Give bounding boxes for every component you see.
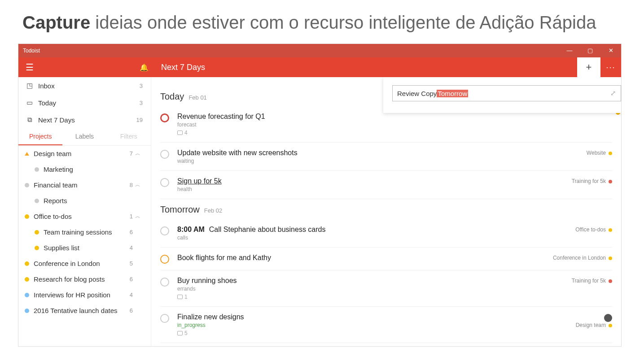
section-day: Tomorrow — [160, 204, 200, 215]
minimize-button[interactable]: — — [559, 44, 580, 57]
project-count: 6 — [123, 307, 133, 314]
project-label: Design team — [34, 150, 123, 157]
project-reports[interactable]: Reports — [18, 193, 151, 209]
chevron-up-icon[interactable]: ︿ — [133, 150, 143, 157]
tab-filters[interactable]: Filters — [107, 128, 151, 145]
task-checkbox[interactable] — [160, 255, 169, 264]
project-count: 6 — [123, 229, 133, 235]
task-checkbox[interactable] — [160, 278, 169, 287]
expand-icon[interactable]: ⤢ — [610, 89, 616, 97]
quick-add-input[interactable]: Review Copy Tomorrow ⤢ — [392, 85, 621, 101]
tag-dot-icon — [609, 180, 612, 183]
task-row[interactable]: Sign up for 5khealth Training for 5k — [160, 171, 612, 199]
task-project-tag: Training for 5k — [572, 178, 606, 184]
tag-dot-icon — [609, 152, 612, 155]
task-row[interactable]: Finalize new designsin_progress5 Design … — [160, 307, 612, 343]
hamburger-icon[interactable]: ☰ — [18, 62, 36, 73]
task-checkbox[interactable] — [160, 226, 169, 235]
quick-add-date-highlight: Tomorrow — [437, 90, 468, 97]
task-title: 8:00 AMCall Stephanie about business car… — [177, 226, 558, 234]
project-color-icon — [25, 183, 29, 187]
inbox-icon: ◳ — [25, 82, 35, 90]
project-conference-in-london[interactable]: Conference in London 5 — [18, 256, 151, 271]
project-color-icon — [25, 214, 29, 219]
sidebar-tabs: Projects Labels Filters — [18, 128, 151, 146]
project-research-for-blog-posts[interactable]: Research for blog posts 6 — [18, 271, 151, 287]
project-count: 5 — [123, 260, 133, 267]
task-row[interactable]: Book flights for me and Kathy Conference… — [160, 248, 612, 270]
task-right: Design team — [558, 313, 612, 328]
project-office-to-dos[interactable]: Office to-dos 1 ︿ — [18, 209, 151, 224]
tag-dot-icon — [609, 324, 612, 327]
project-count: 7 — [123, 150, 133, 157]
task-meta: health — [177, 186, 558, 192]
nav-item-today[interactable]: ▭ Today 3 — [18, 94, 151, 111]
chevron-up-icon[interactable]: ︿ — [133, 181, 143, 189]
project-supplies-list[interactable]: Supplies list 4 — [18, 240, 151, 256]
comment-icon — [177, 130, 183, 135]
close-button[interactable]: ✕ — [600, 44, 621, 57]
section-day: Today — [160, 91, 184, 102]
task-comments[interactable]: 1 — [177, 294, 558, 300]
project-design-team[interactable]: Design team 7 ︿ — [18, 146, 151, 161]
project-label: Financial team — [34, 181, 123, 189]
maximize-button[interactable]: ▢ — [580, 44, 600, 57]
headline-bold: Capture — [22, 13, 90, 32]
task-row[interactable]: 8:00 AMCall Stephanie about business car… — [160, 219, 612, 248]
project-count: 1 — [123, 213, 133, 220]
task-meta: errands — [177, 286, 558, 292]
notifications-icon[interactable]: 🔔 — [140, 64, 149, 71]
project-2016-tentative-launch-dates[interactable]: 2016 Tentative launch dates 6 — [18, 303, 151, 318]
task-checkbox[interactable] — [160, 314, 169, 323]
tab-labels[interactable]: Labels — [62, 128, 106, 145]
project-color-icon — [25, 152, 29, 156]
project-color-icon — [25, 309, 29, 313]
task-comments[interactable]: 4 — [177, 130, 558, 136]
nav-item-inbox[interactable]: ◳ Inbox 3 — [18, 77, 151, 94]
project-team-training-sessions[interactable]: Team training sessions 6 — [18, 224, 151, 240]
project-financial-team[interactable]: Financial team 8 ︿ — [18, 177, 151, 193]
project-label: Interviews for HR position — [34, 291, 123, 299]
project-color-icon — [25, 277, 29, 282]
quick-add-button[interactable]: + — [577, 57, 600, 77]
nav-label: Today — [38, 99, 140, 107]
task-row[interactable]: Buy running shoeserrands1 Training for 5… — [160, 270, 612, 307]
task-title: Buy running shoes — [177, 277, 558, 285]
task-checkbox[interactable] — [160, 113, 169, 122]
tab-projects[interactable]: Projects — [18, 128, 62, 145]
task-meta: forecast — [177, 122, 558, 128]
nav-count: 3 — [140, 83, 143, 89]
project-marketing[interactable]: Marketing — [18, 161, 151, 177]
project-label: Supplies list — [44, 244, 123, 252]
project-count: 4 — [123, 244, 133, 251]
project-label: Reports — [44, 197, 123, 204]
app-title: Todoist — [18, 48, 559, 54]
tag-dot-icon — [609, 257, 612, 260]
chevron-up-icon[interactable]: ︿ — [133, 213, 143, 220]
task-meta: calls — [177, 235, 558, 241]
project-color-icon — [35, 199, 39, 203]
project-label: Research for blog posts — [34, 275, 123, 283]
task-row[interactable]: Update website with new screenshotswaiti… — [160, 143, 612, 171]
nav-label: Inbox — [38, 82, 140, 90]
section-header: Tomorrow Feb 02 — [160, 204, 612, 215]
project-label: Team training sessions — [44, 228, 123, 236]
task-comments[interactable]: 5 — [177, 330, 558, 336]
main-content: Review Copy Tomorrow ⤢ Today Feb 01 Reve… — [151, 77, 621, 346]
task-checkbox[interactable] — [160, 150, 169, 159]
nav-item-next-7-days[interactable]: ⧉ Next 7 Days 19 — [18, 111, 151, 128]
quick-add-panel: Review Copy Tomorrow ⤢ — [383, 77, 621, 113]
section-date: Feb 01 — [188, 94, 206, 101]
page-headline: Capture ideias onde estiver com o recurs… — [0, 0, 644, 39]
task-project-tag: Conference in London — [553, 255, 606, 261]
project-interviews-for-hr-position[interactable]: Interviews for HR position 4 — [18, 287, 151, 303]
task-title: Revenue forecasting for Q1 — [177, 113, 558, 121]
project-color-icon — [35, 246, 39, 250]
task-checkbox[interactable] — [160, 178, 169, 187]
more-menu-button[interactable]: ··· — [600, 63, 621, 72]
task-title: Book flights for me and Kathy — [177, 254, 553, 262]
task-project-tag: Website — [587, 150, 606, 156]
quick-add-text: Review Copy — [397, 90, 437, 97]
nav-count: 3 — [140, 100, 143, 106]
section-date: Feb 02 — [204, 207, 222, 214]
